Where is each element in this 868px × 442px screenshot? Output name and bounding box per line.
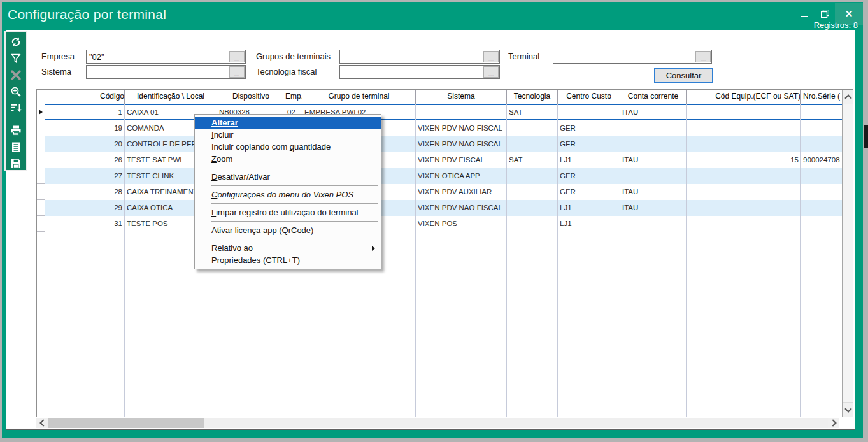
grid-cell-sistema[interactable]: VIXEN POS <box>416 216 507 232</box>
empresa-browse-button[interactable]: ... <box>229 51 245 62</box>
menu-item-13[interactable]: Relativo ao <box>195 242 381 254</box>
grid-cell-conta_corrente[interactable] <box>620 216 687 232</box>
report-button[interactable] <box>10 141 22 153</box>
grid-cell-nro_serie[interactable] <box>801 200 843 216</box>
grid-cell-codigo[interactable]: 1 <box>45 104 125 120</box>
grid-cell-tecnologia[interactable]: SAT <box>507 152 558 168</box>
table-row[interactable]: 26TESTE SAT PWIVIXEN PDV FISCALSATLJ1ITA… <box>37 152 853 168</box>
grid-cell-tecnologia[interactable] <box>507 184 558 200</box>
refresh-button[interactable] <box>10 36 22 48</box>
table-row[interactable]: 1CAIXA 01NB0032802EMPRESA PWI 02SATITAU <box>37 104 853 120</box>
menu-item-2[interactable]: Incluir copiando com quantidade <box>195 141 381 153</box>
print-button[interactable] <box>10 124 22 137</box>
terminal-browse-button[interactable]: ... <box>695 51 711 62</box>
column-header-3[interactable]: Emp. <box>285 90 302 104</box>
grid-cell-conta_corrente[interactable] <box>620 120 687 136</box>
scroll-up-button[interactable] <box>843 90 853 104</box>
grid-cell-cod_equip[interactable] <box>687 200 801 216</box>
grid-cell-nro_serie[interactable] <box>801 104 843 120</box>
column-header-1[interactable]: Identificação \ Local <box>125 90 217 104</box>
grid-cell-codigo[interactable]: 28 <box>45 184 125 200</box>
row-header-cell[interactable] <box>37 152 45 168</box>
table-row[interactable]: 28CAIXA TREINAMENTOVIXEN PDV AUXILIARGER… <box>37 184 853 200</box>
sort-button[interactable] <box>10 102 22 115</box>
row-header-cell[interactable] <box>37 184 45 200</box>
column-header-6[interactable]: Tecnologia <box>507 90 558 104</box>
column-header-7[interactable]: Centro Custo <box>558 90 620 104</box>
grid-cell-conta_corrente[interactable] <box>620 168 687 184</box>
menu-item-0[interactable]: Alterar <box>195 117 381 129</box>
grid-cell-conta_corrente[interactable]: ITAU <box>620 104 687 120</box>
grid-cell-cod_equip[interactable]: 15 <box>687 152 801 168</box>
menu-item-14[interactable]: Propriedades (CTRL+T) <box>195 254 381 266</box>
grid-cell-centro_custo[interactable]: GER <box>558 136 620 152</box>
tecnologia-fiscal-input[interactable] <box>340 66 483 78</box>
grid-cell-conta_corrente[interactable]: ITAU <box>620 200 687 216</box>
column-header-8[interactable]: Conta corrente <box>620 90 687 104</box>
grid-cell-centro_custo[interactable]: GER <box>558 120 620 136</box>
grid-cell-sistema[interactable]: VIXEN PDV NAO FISCAL <box>416 136 507 152</box>
grid-cell-nro_serie[interactable] <box>801 168 843 184</box>
menu-item-9[interactable]: Limpar registro de utilização do termina… <box>195 206 381 218</box>
grid-cell-centro_custo[interactable] <box>558 104 620 120</box>
clear-filter-button[interactable] <box>10 69 22 82</box>
menu-item-11[interactable]: Ativar licença app (QrCode) <box>195 224 381 236</box>
grid-cell-conta_corrente[interactable] <box>620 136 687 152</box>
row-header-cell[interactable] <box>37 168 45 184</box>
table-row[interactable]: 20CONTROLE DE PERMANENCIAVIXEN PDV NAO F… <box>37 136 853 152</box>
scroll-down-button[interactable] <box>843 402 853 417</box>
grid-cell-centro_custo[interactable]: GER <box>558 184 620 200</box>
horizontal-scrollbar[interactable] <box>36 418 839 428</box>
column-header-10[interactable]: Nro.Série ( <box>801 90 843 104</box>
grid-cell-sistema[interactable]: VIXEN PDV NAO FISCAL <box>416 120 507 136</box>
grid-cell-nro_serie[interactable] <box>801 216 843 232</box>
grid-cell-tecnologia[interactable] <box>507 136 558 152</box>
grid-cell-centro_custo[interactable]: LJ1 <box>558 200 620 216</box>
column-header-0[interactable]: Código <box>45 90 125 104</box>
grid-cell-cod_equip[interactable] <box>687 136 801 152</box>
menu-item-7[interactable]: Configurações do menu do Vixen POS <box>195 189 381 201</box>
grid-cell-codigo[interactable]: 20 <box>45 136 125 152</box>
grupos-input[interactable] <box>340 50 483 63</box>
window-title[interactable]: Configuração por terminal <box>8 7 166 22</box>
table-row[interactable]: 29CAIXA OTICAVIXEN PDV NAO FISCALLJ1ITAU <box>37 200 853 216</box>
row-header-cell[interactable] <box>37 200 45 216</box>
table-row[interactable]: 31TESTE POSVIXEN POSLJ1 <box>37 216 853 232</box>
grid-cell-conta_corrente[interactable]: ITAU <box>620 184 687 200</box>
grid-cell-codigo[interactable]: 19 <box>45 120 125 136</box>
scroll-left-button[interactable] <box>36 418 48 428</box>
grid-cell-codigo[interactable]: 26 <box>45 152 125 168</box>
menu-item-5[interactable]: Desativar/Ativar <box>195 171 381 183</box>
grid-cell-cod_equip[interactable] <box>687 184 801 200</box>
row-header-cell[interactable] <box>37 136 45 152</box>
grid-cell-conta_corrente[interactable]: ITAU <box>620 152 687 168</box>
menu-item-1[interactable]: Incluir <box>195 129 381 141</box>
consultar-button[interactable]: Consultar <box>654 68 713 83</box>
column-header-5[interactable]: Sistema <box>416 90 507 104</box>
row-header-cell[interactable] <box>37 120 45 136</box>
grupos-browse-button[interactable]: ... <box>483 51 499 62</box>
grid-cell-tecnologia[interactable] <box>507 200 558 216</box>
grid-cell-sistema[interactable]: VIXEN PDV NAO FISCAL <box>416 200 507 216</box>
grid-cell-nro_serie[interactable]: 900024708 <box>801 152 843 168</box>
table-row[interactable]: 19COMANDAVIXEN PDV NAO FISCALGER <box>37 120 853 136</box>
grid-cell-tecnologia[interactable] <box>507 168 558 184</box>
grid-cell-codigo[interactable]: 31 <box>45 216 125 232</box>
grid-cell-nro_serie[interactable] <box>801 184 843 200</box>
grid-cell-centro_custo[interactable]: LJ1 <box>558 216 620 232</box>
grid-cell-centro_custo[interactable]: LJ1 <box>558 152 620 168</box>
tecnologia-browse-button[interactable]: ... <box>483 66 499 78</box>
save-button[interactable] <box>10 157 22 170</box>
grid-cell-cod_equip[interactable] <box>687 216 801 232</box>
filter-button[interactable] <box>10 52 22 65</box>
grid-cell-cod_equip[interactable] <box>687 168 801 184</box>
row-header-cell[interactable] <box>37 216 45 232</box>
grid-cell-nro_serie[interactable] <box>801 120 843 136</box>
empresa-input[interactable] <box>87 50 229 63</box>
grid-cell-nro_serie[interactable] <box>801 136 843 152</box>
row-header-cell[interactable] <box>37 104 45 120</box>
grid-cell-sistema[interactable]: VIXEN PDV AUXILIAR <box>416 184 507 200</box>
column-header-9[interactable]: Cód Equip.(ECF ou SAT) <box>687 90 801 104</box>
sistema-input[interactable] <box>87 66 229 78</box>
menu-item-3[interactable]: Zoom <box>195 153 381 165</box>
